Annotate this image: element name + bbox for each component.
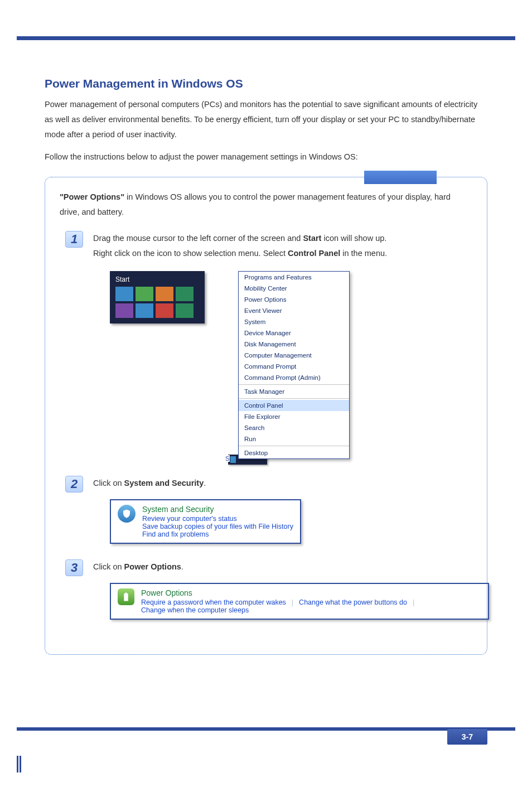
menu-item[interactable]: Computer Management: [239, 350, 349, 361]
menu-item[interactable]: Mobility Center: [239, 283, 349, 294]
separator-icon: |: [292, 598, 293, 606]
menu-item[interactable]: Run: [239, 433, 349, 445]
s3-pre: Click on: [93, 562, 124, 571]
power-options-panel: Power Options Require a password when th…: [110, 583, 489, 620]
step-1: 1 Drag the mouse cursor to the left corn…: [60, 231, 472, 261]
tile-icon: [176, 287, 194, 301]
s3-post: .: [181, 562, 183, 571]
menu-item[interactable]: Command Prompt: [239, 361, 349, 372]
pwr-link-2[interactable]: Change what the power buttons do: [299, 598, 407, 606]
power-options-bold: "Power Options": [60, 192, 124, 201]
sys-link-2[interactable]: Save backup copies of your files with Fi…: [142, 523, 293, 530]
tile-icon: [156, 303, 173, 318]
menu-item[interactable]: Search: [239, 422, 349, 433]
step-2: 2 Click on System and Security.: [60, 476, 472, 493]
menu-item[interactable]: Programs and Features: [239, 272, 349, 283]
s3-bold: Power Options: [124, 562, 181, 571]
step-badge-1: 1: [65, 231, 83, 248]
s2-pre: Click on: [93, 479, 124, 487]
menu-item[interactable]: System: [239, 316, 349, 327]
section-title: Power Management in Windows OS: [45, 77, 487, 90]
start-screen-thumb: Start: [110, 271, 205, 324]
menu-item[interactable]: Command Prompt (Admin): [239, 372, 349, 383]
menu-item[interactable]: File Explorer: [239, 411, 349, 422]
s2-post: .: [204, 479, 206, 487]
s1-t2a: Right click on the icon to show selectio…: [93, 249, 288, 258]
battery-icon: [118, 588, 134, 605]
menu-item[interactable]: Event Viewer: [239, 305, 349, 316]
s2-bold: System and Security: [124, 479, 204, 487]
step-3: 3 Click on Power Options.: [60, 559, 472, 576]
menu-item-control-panel[interactable]: Control Panel: [239, 400, 349, 411]
follow-instructions-line: Follow the instructions below to adjust …: [45, 149, 487, 165]
menu-item[interactable]: Task Manager: [239, 386, 349, 397]
menu-item[interactable]: Power Options: [239, 294, 349, 305]
menu-item[interactable]: Desktop: [239, 447, 349, 458]
sys-panel-title[interactable]: System and Security: [142, 505, 293, 514]
box-intro: "Power Options" in Windows OS allows you…: [60, 190, 472, 220]
blue-tab-decor: [364, 171, 437, 184]
tile-icon: [176, 303, 194, 318]
pwr-link-1[interactable]: Require a password when the computer wak…: [141, 598, 286, 606]
tile-icon: [115, 303, 133, 318]
s1-cp-bold: Control Panel: [288, 249, 340, 258]
step-2-text: Click on System and Security.: [93, 476, 206, 491]
sys-link-3[interactable]: Find and fix problems: [142, 530, 293, 538]
tile-icon: [136, 287, 153, 301]
s1-t2c: in the menu.: [340, 249, 387, 258]
step-badge-3: 3: [65, 559, 83, 576]
pwr-link-3[interactable]: Change when the computer sleeps: [141, 606, 414, 614]
s1-start-bold: Start: [303, 234, 321, 243]
start-label: Start: [115, 276, 199, 283]
s1-t1a: Drag the mouse cursor to the left corner…: [93, 234, 303, 243]
separator-icon: |: [413, 598, 414, 606]
tile-icon: [156, 287, 173, 301]
menu-item[interactable]: Disk Management: [239, 339, 349, 350]
s1-t1c: icon will show up.: [321, 234, 386, 243]
tile-icon: [136, 303, 153, 318]
instruction-box: "Power Options" in Windows OS allows you…: [45, 177, 487, 654]
step-3-text: Click on Power Options.: [93, 559, 183, 574]
bottom-decor-lines: [17, 756, 532, 772]
page-number: 3-7: [447, 729, 487, 745]
step-1-figure: Start S: [110, 271, 472, 459]
tile-icon: [115, 287, 133, 301]
winx-context-menu: Programs and Features Mobility Center Po…: [238, 271, 350, 459]
menu-item[interactable]: Device Manager: [239, 327, 349, 339]
top-rule: [17, 36, 515, 40]
intro-paragraph: Power management of personal computers (…: [45, 97, 487, 142]
shield-icon: [118, 505, 136, 523]
pwr-panel-title[interactable]: Power Options: [141, 588, 414, 597]
s-glyph: S: [225, 455, 230, 462]
step-1-text: Drag the mouse cursor to the left corner…: [93, 231, 387, 261]
step-badge-2: 2: [65, 476, 83, 493]
sys-link-1[interactable]: Review your computer's status: [142, 515, 293, 523]
system-security-panel: System and Security Review your computer…: [110, 499, 301, 544]
